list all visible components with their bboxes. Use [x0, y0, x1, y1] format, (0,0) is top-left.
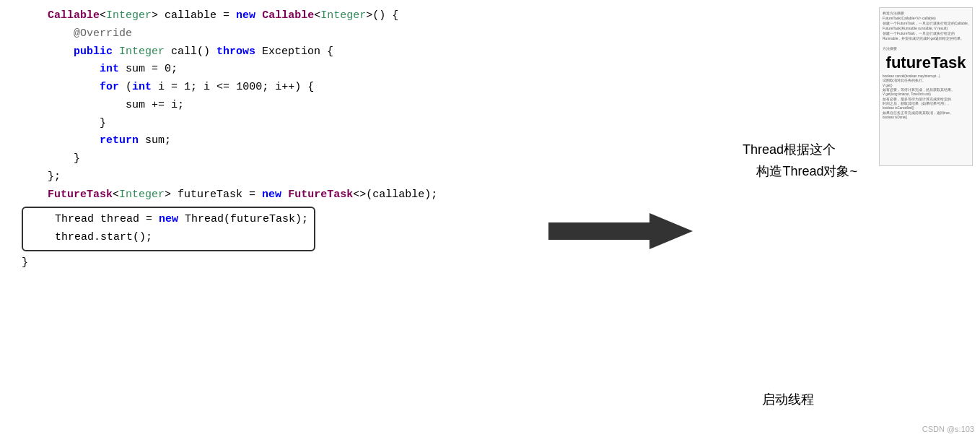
- code-section: Callable<Integer> callable = new Callabl…: [0, 0, 505, 437]
- futuretask-card-content: 构造方法摘要 FutureTask(Callable<V> callable) …: [880, 8, 972, 165]
- annotation-bottom: 启动线程: [762, 391, 814, 408]
- code-line-12: Thread thread = new Thread(futureTask);: [29, 211, 308, 229]
- arrow-svg: [548, 209, 693, 253]
- csdn-watermark: CSDN @s:103: [922, 425, 974, 433]
- code-line-6: sum += i;: [22, 97, 491, 115]
- arrow-container: [548, 209, 693, 253]
- code-line-8: return sum;: [22, 132, 491, 150]
- right-section: 构造方法摘要 FutureTask(Callable<V> callable) …: [505, 0, 980, 437]
- annotation-line1: Thread根据这个: [743, 141, 836, 158]
- code-line-3: public Integer call() throws Exception {: [22, 43, 491, 61]
- code-line-14: }: [22, 254, 491, 272]
- code-line-7: }: [22, 115, 491, 133]
- code-line-10: };: [22, 168, 491, 186]
- highlighted-code-block: Thread thread = new Thread(futureTask); …: [22, 207, 315, 251]
- code-line-5: for (int i = 1; i <= 1000; i++) {: [22, 79, 491, 97]
- code-line-11: FutureTask<Integer> futureTask = new Fut…: [22, 186, 491, 204]
- futuretask-small-text-top: 构造方法摘要 FutureTask(Callable<V> callable) …: [880, 8, 972, 53]
- code-line-4: int sum = 0;: [22, 61, 491, 79]
- code-line-13: thread.start();: [29, 229, 308, 247]
- annotation-line2: 构造Thread对象~: [756, 163, 857, 180]
- futuretask-small-text-bottom: boolean cancel(boolean mayInterrupt...) …: [880, 73, 972, 121]
- futuretask-card: 构造方法摘要 FutureTask(Callable<V> callable) …: [879, 7, 973, 166]
- code-line-9: }: [22, 150, 491, 168]
- main-container: Callable<Integer> callable = new Callabl…: [0, 0, 980, 437]
- futuretask-title-text: futureTask: [880, 54, 972, 72]
- code-line-1: Callable<Integer> callable = new Callabl…: [22, 7, 491, 25]
- code-line-2: @Override: [22, 25, 491, 43]
- svg-marker-0: [548, 213, 693, 249]
